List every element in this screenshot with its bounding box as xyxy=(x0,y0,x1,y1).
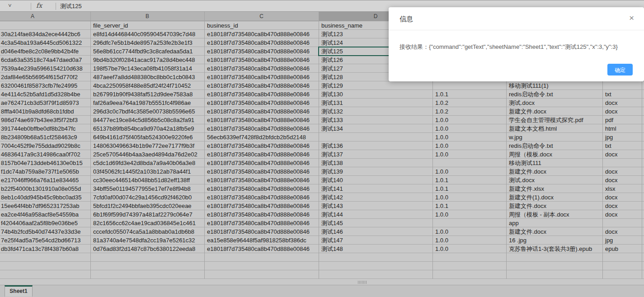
namebox-chevron-down-icon[interactable]: ˅ xyxy=(8,2,12,9)
cell[interactable]: 1.0.0 xyxy=(432,167,506,176)
cell[interactable]: 65137b89fb854bca9d970a42a18fb5e9 xyxy=(90,124,204,133)
cell[interactable]: 测试143 xyxy=(319,202,432,210)
cell[interactable]: 新建文件(1).docx xyxy=(506,193,602,202)
cell[interactable]: 8fffa4041b9a8dfd68cb1fdbd xyxy=(0,107,90,116)
cell[interactable]: 新建文本文档.html xyxy=(506,124,602,133)
cell[interactable]: 测试140 xyxy=(319,176,432,184)
cell[interactable]: pdf xyxy=(602,116,642,124)
cell[interactable]: 56ecb6339ef7428f8d2bfdcb2b5d2148 xyxy=(204,133,319,141)
cell[interactable]: 1.0.0 xyxy=(432,133,506,141)
cell[interactable]: e18018f7d735480ca8b470d888e00846 xyxy=(204,202,319,210)
cell[interactable]: e18018f7d735480ca8b470d888e00846 xyxy=(204,245,319,253)
cell[interactable]: 1.0.0 xyxy=(432,124,506,133)
cell[interactable]: 63200461f85873cfb7fe24995 xyxy=(0,81,90,90)
cell[interactable]: 7cfd0af00d074c29a1456cd92f4620b0 xyxy=(90,193,204,202)
formula-input[interactable]: 测试125 xyxy=(60,2,82,10)
cell[interactable]: e18018f7d735480ca8b470d888e00846 xyxy=(204,73,319,81)
cell[interactable]: e18018f7d735480ca8b470d888e00846 xyxy=(204,124,319,133)
cell[interactable]: txt xyxy=(602,141,642,150)
cell[interactable]: 测试137 xyxy=(319,150,432,159)
cell[interactable]: 测试.docx xyxy=(506,176,602,184)
column-header-b[interactable]: B xyxy=(146,13,149,19)
cell[interactable]: 649b4161d75f405fab524300e9220fe6 xyxy=(90,133,204,141)
cell[interactable]: 新建文件.docx xyxy=(506,107,602,116)
cell[interactable]: 391744eb0bffbe0df8b2b47fc xyxy=(0,124,90,133)
cell[interactable]: 1.0.1 xyxy=(432,90,506,99)
cell[interactable]: e8fd14d4468440c095904547039c7d48 xyxy=(90,30,204,38)
cell[interactable]: 1.0.0 xyxy=(432,236,506,245)
cell[interactable]: 1.0.0 xyxy=(432,116,506,124)
cell[interactable]: xlsx xyxy=(602,184,642,193)
cell[interactable]: faf26a9eea764a1987b5551fc4f986ae xyxy=(90,99,204,107)
cell[interactable]: 测试139 xyxy=(319,167,432,176)
cell[interactable]: 1.0.2 xyxy=(432,99,506,107)
cell[interactable]: c5dc1d69fd3e42d8bda7a9a40b06a3e8 xyxy=(90,159,204,167)
cell[interactable]: 0d76ad83f2d1487c87bc6380122eeda8 xyxy=(90,245,204,253)
cell[interactable]: 测试146 xyxy=(319,227,432,236)
cell[interactable]: 84477ec19ce84c5d856b5c08c8a2fa91 xyxy=(90,116,204,124)
cell[interactable]: e18018f7d735480ca8b470d888e00846 xyxy=(204,81,319,90)
cell[interactable]: 1.0.0 xyxy=(432,150,506,159)
column-header-d[interactable]: D xyxy=(374,13,378,19)
cell[interactable]: 30a214fae834da2ece4442bc6 xyxy=(0,30,90,38)
cell[interactable]: jpg xyxy=(602,236,642,245)
cell[interactable]: html xyxy=(602,124,642,133)
cell[interactable]: 56e8b61cc7744fbd9c3c8cafedaa5da1 xyxy=(90,47,204,56)
cell[interactable]: 81a3740a4e7548dfa2cc19a7e5261c32 xyxy=(90,236,204,245)
cell[interactable]: 1.0.0 xyxy=(432,141,506,150)
cell[interactable]: e18018f7d735480ca8b470d888e00846 xyxy=(204,141,319,150)
cell[interactable]: 8b234809b68a51cf258463c9 xyxy=(0,133,90,141)
cell[interactable]: 测试148 xyxy=(319,245,432,253)
cell[interactable]: 1.0.1 xyxy=(432,176,506,184)
cell[interactable]: 25ce5705446b4aa3aed4894da76d2e02 xyxy=(90,150,204,159)
cell[interactable]: e18018f7d735480ca8b470d888e00846 xyxy=(204,38,319,47)
cell[interactable]: epub xyxy=(602,245,642,253)
cell[interactable]: 15ee64f4bb7df9652317253ab xyxy=(0,202,90,210)
cell[interactable]: 周报（模板 - 副本.docx xyxy=(506,210,602,219)
cell[interactable]: 74b4b2fcd5b40d74437e33d3e xyxy=(0,227,90,236)
cell[interactable]: 测试132 xyxy=(319,107,432,116)
cell[interactable]: 4e4114c52b5afd1d5d328b4be xyxy=(0,90,90,99)
cell[interactable]: e18018f7d735480ca8b470d888e00846 xyxy=(204,176,319,184)
cell[interactable]: e18018f7d735480ca8b470d888e00846 xyxy=(204,193,319,202)
cell[interactable]: 296dfc7e5b1b4de8957a253fe2b3e1f3 xyxy=(90,38,204,47)
cell[interactable]: 7539a4e239a5966154210d638 xyxy=(0,64,90,73)
cell[interactable]: e18018f7d735480ca8b470d888e00846 xyxy=(204,64,319,73)
cell[interactable]: cc30eec446514b048bb51d82eff138ff xyxy=(90,176,204,184)
cell[interactable]: 测试136 xyxy=(319,141,432,150)
cell[interactable]: 6cda63a53518c74a47daed0a7 xyxy=(0,56,90,64)
cell[interactable]: 1.0.2 xyxy=(432,107,506,116)
cell[interactable]: txt xyxy=(602,90,642,99)
cell[interactable]: 296d3c0c7bdf4c3585e00738b5596e65 xyxy=(90,107,204,116)
cell[interactable]: 测试131 xyxy=(319,99,432,107)
cell[interactable]: docx xyxy=(602,193,642,202)
cell[interactable]: 1.0.1 xyxy=(432,202,506,210)
cell[interactable]: docx xyxy=(602,210,642,219)
cell[interactable]: 测试141 xyxy=(319,184,432,193)
cell[interactable]: e18018f7d735480ca8b470d888e00846 xyxy=(204,99,319,107)
cell[interactable]: e18018f7d735480ca8b470d888e00846 xyxy=(204,90,319,99)
cell[interactable]: 7e25f4ad5a75e54cd2bd66713 xyxy=(0,236,90,245)
cell[interactable]: docx xyxy=(602,99,642,107)
cell[interactable]: file_server_id xyxy=(90,21,204,30)
cell[interactable]: 46836417a9c314986caa0f702 xyxy=(0,150,90,159)
cell[interactable]: b267991b90f9438faf512d9dee7583a8 xyxy=(90,90,204,99)
sheet-tab-sheet1[interactable]: Sheet1 xyxy=(5,285,33,297)
cell[interactable]: app xyxy=(506,219,602,227)
cell[interactable]: 4c3a54ba193a6445cd5061322 xyxy=(0,38,90,47)
cell[interactable]: ea15e858e96448f5af9818258bf386dc xyxy=(204,236,319,245)
cell[interactable]: 周报（模板.docx xyxy=(506,150,602,159)
cell[interactable]: docx xyxy=(602,176,642,184)
cell[interactable]: 5bfcd1f2c2494bbfaeb395cdc020eeae xyxy=(90,202,204,210)
cell[interactable]: 克苏鲁神话1-3(套装共3册).epub xyxy=(506,245,602,253)
cell[interactable]: 1.0.0 xyxy=(432,210,506,219)
cell[interactable]: 4bca2250958f488e85df24f24f710452 xyxy=(90,81,204,90)
cell[interactable]: e18018f7d735480ca8b470d888e00846 xyxy=(204,219,319,227)
cell[interactable]: 测试.docx xyxy=(506,99,602,107)
confirm-button[interactable]: 确定 xyxy=(607,64,633,75)
cell[interactable]: 测试138 xyxy=(319,159,432,167)
cell[interactable]: db3fd471ca13c78f4387b60a8 xyxy=(0,245,90,253)
cell[interactable]: e217046ff966a76a11e834465 xyxy=(0,176,90,184)
cell[interactable]: e18018f7d735480ca8b470d888e00846 xyxy=(204,116,319,124)
cell[interactable]: e18018f7d735480ca8b470d888e00846 xyxy=(204,159,319,167)
